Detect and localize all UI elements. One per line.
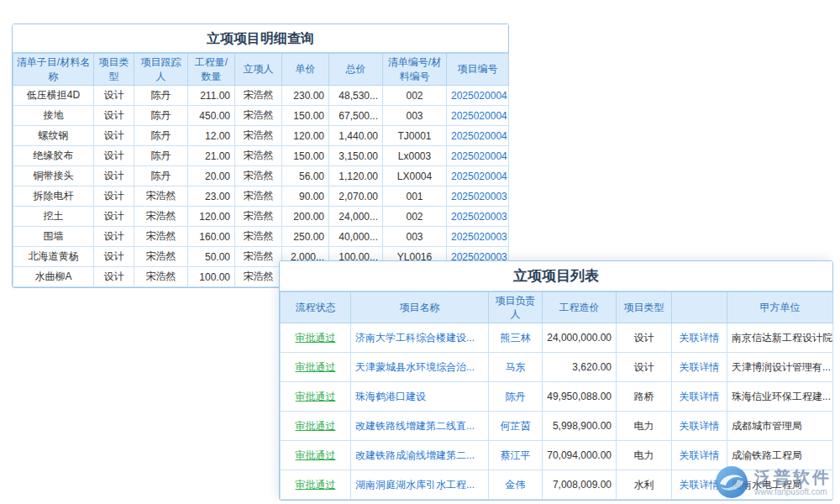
material-name-cell: 北海道黄杨 — [13, 247, 94, 267]
status-approved-link[interactable]: 审批通过 — [281, 382, 351, 412]
tracker-cell: 陈丹 — [134, 126, 188, 146]
project-name-link[interactable]: 天津蒙城县水环境综合治... — [351, 353, 489, 382]
status-approved-link[interactable]: 审批通过 — [281, 441, 351, 470]
column-header-founder: 立项人 — [235, 54, 282, 86]
status-approved-link[interactable]: 审批通过 — [281, 470, 351, 500]
project-type-cell: 设计 — [94, 106, 134, 126]
unit-price-cell: 150.00 — [282, 106, 329, 126]
project-leader-link[interactable]: 何芷茵 — [489, 412, 543, 441]
tracker-cell: 宋浩然 — [134, 247, 188, 267]
client-name-cell: 南京信达新工程设计院 — [727, 323, 833, 353]
project-leader-link[interactable]: 蔡江平 — [489, 441, 543, 470]
project-code-link[interactable]: 2025020004 — [447, 106, 509, 126]
project-leader-link[interactable]: 熊三林 — [489, 323, 543, 353]
unit-price-cell: 120.00 — [282, 126, 329, 146]
project-type-cell: 水利 — [617, 470, 672, 500]
project-code-link[interactable]: 2025020004 — [447, 86, 509, 106]
related-detail-link[interactable]: 关联详情 — [672, 382, 727, 412]
total-price-cell: 40,000... — [329, 227, 383, 247]
column-header-unit-price: 单价 — [282, 54, 329, 86]
project-name-link[interactable]: 改建铁路成渝线增建第二... — [351, 441, 489, 470]
material-code-cell: 001 — [383, 186, 447, 207]
unit-price-cell: 56.00 — [282, 166, 329, 186]
quantity-cell: 21.00 — [188, 146, 235, 166]
tracker-cell: 宋浩然 — [134, 207, 188, 227]
project-code-link[interactable]: 2025020004 — [447, 126, 509, 146]
client-name-cell: 天津博润设计管理有... — [727, 353, 833, 382]
table-row: 拆除电杆设计宋浩然23.00宋浩然90.002,070.000012025020… — [13, 186, 509, 207]
material-name-cell: 铜带接头 — [13, 166, 94, 186]
unit-price-cell: 230.00 — [282, 86, 329, 106]
column-header-project-type: 项目类型 — [617, 292, 672, 323]
unit-price-cell: 250.00 — [282, 227, 329, 247]
project-type-cell: 路桥 — [617, 382, 672, 412]
material-name-cell: 挖土 — [13, 207, 94, 227]
project-code-link[interactable]: 2025020003 — [447, 186, 509, 207]
founder-cell: 宋浩然 — [235, 106, 282, 126]
related-detail-link[interactable]: 关联详情 — [672, 323, 727, 353]
related-detail-link[interactable]: 关联详情 — [672, 353, 727, 382]
project-leader-link[interactable]: 陈丹 — [489, 382, 543, 412]
detail-table-body: 低压横担4D设计陈丹211.00宋浩然230.0048,530...002202… — [13, 86, 509, 287]
column-header-quantity: 工程量/数量 — [188, 54, 235, 86]
table-row: 审批通过济南大学工科综合楼建设...熊三林24,000,000.00设计关联详情… — [281, 323, 833, 353]
material-name-cell: 围墙 — [13, 227, 94, 247]
quantity-cell: 20.00 — [188, 166, 235, 186]
project-name-link[interactable]: 改建铁路线增建第二线直... — [351, 412, 489, 441]
detail-table: 清单子目/材料名称 项目类型 项目跟踪人 工程量/数量 立项人 单价 总价 清单… — [13, 53, 509, 287]
unit-price-cell: 150.00 — [282, 146, 329, 166]
fanpu-logo-icon — [715, 465, 748, 499]
quantity-cell: 100.00 — [188, 267, 235, 287]
client-name-cell: 珠海信业环保工程建... — [727, 382, 833, 412]
project-code-link[interactable]: 2025020003 — [447, 207, 509, 227]
founder-cell: 宋浩然 — [235, 207, 282, 227]
material-code-cell: TJ0001 — [383, 126, 447, 146]
material-name-cell: 螺纹钢 — [13, 126, 94, 146]
watermark-brand: 泛普软件 — [754, 468, 832, 487]
total-price-cell: 1,120.00 — [329, 166, 383, 186]
project-type-cell: 设计 — [94, 207, 134, 227]
project-name-link[interactable]: 珠海鹤港口建设 — [351, 382, 489, 412]
table-row: 审批通过改建铁路线增建第二线直...何芷茵5,998,900.00电力关联详情成… — [281, 412, 833, 441]
watermark: 泛普软件 www.fanpusoft.com — [715, 465, 832, 499]
founder-cell: 宋浩然 — [235, 227, 282, 247]
material-code-cell: 002 — [383, 86, 447, 106]
tracker-cell: 陈丹 — [134, 166, 188, 186]
quantity-cell: 211.00 — [188, 86, 235, 106]
column-header-project-cost: 工程造价 — [543, 292, 617, 323]
project-code-link[interactable]: 2025020004 — [447, 166, 509, 186]
related-detail-link[interactable]: 关联详情 — [672, 412, 727, 441]
table-row: 铜带接头设计陈丹20.00宋浩然56.001,120.00LX000420250… — [13, 166, 509, 186]
project-type-cell: 设计 — [94, 267, 134, 287]
project-code-link[interactable]: 2025020004 — [447, 146, 509, 166]
material-name-cell: 接地 — [13, 106, 94, 126]
status-approved-link[interactable]: 审批通过 — [281, 353, 351, 382]
detail-table-head: 清单子目/材料名称 项目类型 项目跟踪人 工程量/数量 立项人 单价 总价 清单… — [13, 54, 509, 86]
project-type-cell: 设计 — [617, 353, 672, 382]
project-leader-link[interactable]: 马东 — [489, 353, 543, 382]
project-leader-link[interactable]: 金伟 — [489, 470, 543, 500]
project-name-link[interactable]: 湖南洞庭湖水库引水工程... — [351, 470, 489, 500]
project-name-link[interactable]: 济南大学工科综合楼建设... — [351, 323, 489, 353]
project-cost-cell: 70,094,000.00 — [543, 441, 617, 470]
total-price-cell: 67,500... — [329, 106, 383, 126]
material-code-cell: 003 — [383, 227, 447, 247]
status-approved-link[interactable]: 审批通过 — [281, 323, 351, 353]
list-table-head: 流程状态 项目名称 项目负责人 工程造价 项目类型 甲方单位 — [281, 292, 833, 323]
project-cost-cell: 49,950,088.00 — [543, 382, 617, 412]
material-name-cell: 拆除电杆 — [13, 186, 94, 207]
detail-panel-title: 立项项目明细查询 — [13, 24, 508, 53]
project-type-cell: 电力 — [617, 441, 672, 470]
unit-price-cell: 90.00 — [282, 186, 329, 207]
quantity-cell: 12.00 — [188, 126, 235, 146]
table-row: 审批通过珠海鹤港口建设陈丹49,950,088.00路桥关联详情珠海信业环保工程… — [281, 382, 833, 412]
founder-cell: 宋浩然 — [235, 247, 282, 267]
column-header-flow-status: 流程状态 — [281, 292, 351, 323]
total-price-cell: 3,150.00 — [329, 146, 383, 166]
total-price-cell: 1,440.00 — [329, 126, 383, 146]
column-header-related-detail — [672, 292, 727, 323]
tracker-cell: 宋浩然 — [134, 267, 188, 287]
project-code-link[interactable]: 2025020003 — [447, 227, 509, 247]
status-approved-link[interactable]: 审批通过 — [281, 412, 351, 441]
total-price-cell: 24,000... — [329, 207, 383, 227]
